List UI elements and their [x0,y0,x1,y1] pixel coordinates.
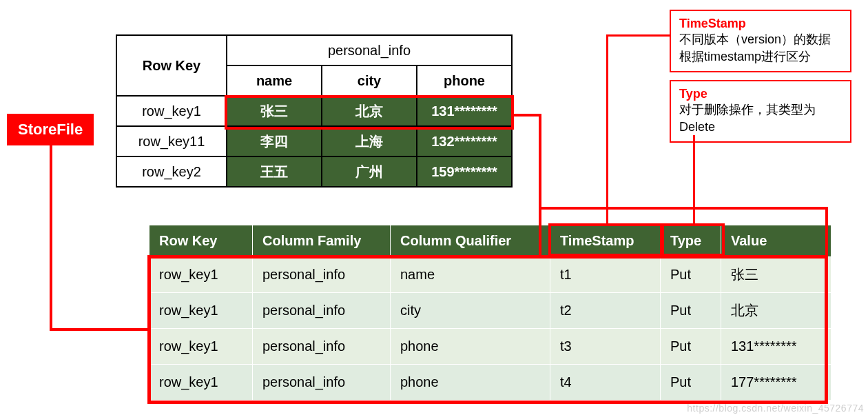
cell-cf: personal_info [253,365,391,401]
callout-type-title: Type [679,87,842,101]
table-row: row_key1 personal_info name t1 Put 张三 [149,257,831,293]
connector-line [539,207,828,210]
cell-ts: t1 [550,257,661,293]
cell-tp: Put [661,293,721,329]
cell-tp: Put [661,365,721,401]
connector-line [50,143,52,331]
cell-tp: Put [661,257,721,293]
cell-val: 131******** [721,329,831,365]
callout-type: Type 对于删除操作，其类型为Delete [670,80,851,143]
data-cell: 北京 [322,96,417,126]
table-row: row_key1 personal_info phone t3 Put 131*… [149,329,831,365]
qualifier-name: name [227,65,322,96]
qualifier-city: city [322,65,417,96]
data-cell: 上海 [322,126,417,156]
table-row: row_key1 personal_info phone t4 Put 177*… [149,365,831,401]
storefile-label: StoreFile [7,114,94,145]
column-family-header: personal_info [227,35,512,65]
lower-table: Row Key Column Family Column Qualifier T… [149,225,831,401]
connector-line [539,114,541,255]
cell-val: 北京 [721,293,831,329]
table-row: row_key11 李四 上海 132******** [116,126,512,156]
data-cell: 159******** [417,156,512,187]
data-cell: 132******** [417,126,512,156]
data-cell: 李四 [227,126,322,156]
cell-ts: t2 [550,293,661,329]
table-row: row_key2 王五 广州 159******** [116,156,512,187]
connector-line [693,135,695,225]
rowkey-cell: row_key1 [116,96,227,126]
cell-rk: row_key1 [149,329,253,365]
cell-cq: city [391,293,550,329]
cell-cq: phone [391,329,550,365]
col-cq: Column Qualifier [391,225,550,257]
cell-cq: phone [391,365,550,401]
data-cell: 广州 [322,156,417,187]
watermark: https://blog.csdn.net/weixin_45726774 [687,403,864,414]
col-rowkey: Row Key [149,225,253,257]
rowkey-cell: row_key2 [116,156,227,187]
cell-rk: row_key1 [149,293,253,329]
cell-rk: row_key1 [149,257,253,293]
callout-type-desc: 对于删除操作，其类型为Delete [679,101,842,136]
cell-tp: Put [661,329,721,365]
cell-ts: t3 [550,329,661,365]
col-value: Value [721,225,831,257]
connector-line [606,34,670,37]
cell-rk: row_key1 [149,365,253,401]
data-cell: 张三 [227,96,322,126]
cell-val: 张三 [721,257,831,293]
qualifier-phone: phone [417,65,512,96]
connector-line [606,34,608,225]
cell-cf: personal_info [253,329,391,365]
table-row: row_key1 personal_info city t2 Put 北京 [149,293,831,329]
callout-timestamp: TimeStamp 不同版本（version）的数据根据timestamp进行区… [670,10,851,72]
upper-table: Row Key personal_info name city phone ro… [116,34,513,188]
cell-cf: personal_info [253,257,391,293]
callout-timestamp-desc: 不同版本（version）的数据根据timestamp进行区分 [679,31,842,65]
cell-ts: t4 [550,365,661,401]
col-cf: Column Family [253,225,391,257]
col-timestamp: TimeStamp [550,225,661,257]
cell-cf: personal_info [253,293,391,329]
connector-line [825,207,828,256]
table-row: row_key1 张三 北京 131******** [116,96,512,126]
cell-cq: name [391,257,550,293]
data-cell: 王五 [227,156,322,187]
rowkey-header: Row Key [116,35,227,96]
col-type: Type [661,225,721,257]
connector-line [514,114,541,117]
data-cell: 131******** [417,96,512,126]
connector-line [50,328,147,331]
cell-val: 177******** [721,365,831,401]
rowkey-cell: row_key11 [116,126,227,156]
callout-timestamp-title: TimeStamp [679,17,842,31]
